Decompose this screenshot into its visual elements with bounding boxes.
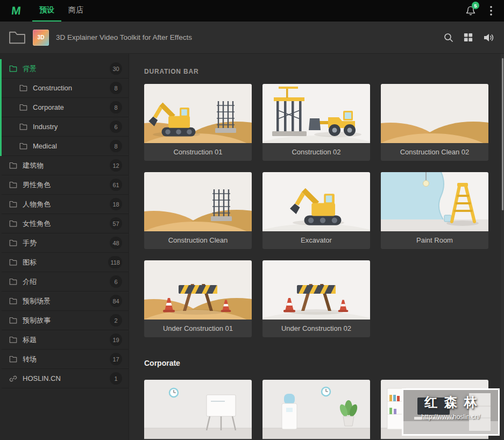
preset-thumbnail — [144, 260, 252, 320]
sidebar-item[interactable]: 介绍6 — [2, 272, 129, 292]
preset-card[interactable]: Construction 02 — [262, 84, 370, 161]
preset-section: DURATION BAR Construction 01 Constructio… — [144, 68, 504, 337]
sidebar: 背景30Construction8Corporate8Industry6Medi… — [0, 54, 129, 440]
item-count-badge: 6 — [110, 120, 122, 133]
topbar-actions: 5 — [461, 0, 504, 22]
folder-icon — [9, 181, 17, 188]
sidebar-item[interactable]: 女性角色57 — [2, 214, 129, 233]
sidebar-item[interactable]: 人物角色18 — [2, 195, 129, 214]
preset-thumbnail — [262, 380, 370, 439]
watermark-text: 红森林 http://www.hoslin.cn/ — [403, 390, 498, 421]
folder-icon — [9, 239, 17, 246]
preset-label: Under Construction 01 — [144, 320, 252, 337]
sidebar-item[interactable]: Medical8 — [2, 137, 129, 156]
watermark: 红森林 http://www.hoslin.cn/ — [402, 388, 500, 436]
notification-badge: 5 — [472, 2, 479, 9]
preset-thumbnail — [144, 172, 252, 231]
sidebar-item-label: 男性角色 — [23, 180, 110, 190]
scrollbar-thumb[interactable] — [502, 58, 503, 210]
sidebar-group: 预制场景84 — [0, 292, 129, 311]
preset-thumbnail — [262, 260, 370, 320]
sidebar-item[interactable]: 预制故事2 — [2, 311, 129, 330]
link-icon — [9, 375, 17, 382]
preset-card[interactable]: Paint Room — [381, 172, 488, 249]
sidebar-item[interactable]: 男性角色61 — [2, 175, 129, 195]
sidebar-group: 男性角色61 — [0, 175, 129, 195]
preset-card[interactable]: Construction Clean — [144, 172, 252, 249]
item-count-badge: 30 — [110, 62, 122, 75]
sidebar-group: 手势48 — [0, 233, 129, 253]
sidebar-item[interactable]: 图标118 — [2, 253, 129, 272]
item-count-badge: 48 — [110, 237, 122, 249]
preset-label: Construction Clean — [144, 231, 252, 249]
sidebar-item[interactable]: 建筑物12 — [2, 156, 129, 175]
sidebar-item[interactable]: 标题19 — [2, 330, 129, 350]
sidebar-item-label: 标题 — [23, 335, 110, 345]
item-count-badge: 6 — [110, 275, 122, 288]
folder-icon — [9, 201, 17, 208]
folder-icon — [19, 84, 27, 91]
preset-label: Construction Clean 02 — [381, 143, 488, 161]
folder-icon — [9, 259, 17, 266]
pack-header: 3D 3D Explainer Video Toolkit for After … — [0, 22, 504, 54]
folder-icon — [9, 278, 17, 285]
watermark-url: http://www.hoslin.cn/ — [403, 413, 498, 421]
sidebar-item-label: Corporate — [33, 103, 110, 111]
folder-icon — [9, 356, 17, 363]
preset-label: Construction 02 — [262, 143, 370, 161]
pack-thumbnail: 3D — [33, 30, 49, 46]
sidebar-item-label: Industry — [33, 123, 110, 131]
sidebar-item[interactable]: 转场17 — [2, 350, 129, 369]
sidebar-item[interactable]: Industry6 — [2, 117, 129, 137]
preset-label: Under Construction 02 — [262, 320, 370, 337]
tab-presets[interactable]: 预设 — [32, 0, 61, 22]
item-count-badge: 84 — [110, 295, 122, 307]
sidebar-group: HOSLIN.CN1 — [0, 369, 129, 388]
folder-icon — [19, 104, 27, 111]
sidebar-group: 介绍6 — [0, 272, 129, 292]
sidebar-item[interactable]: 手势48 — [2, 233, 129, 253]
sidebar-group: 人物角色18 — [0, 195, 129, 214]
sidebar-item-label: 女性角色 — [23, 219, 110, 229]
preset-card[interactable]: Excavator — [262, 172, 370, 249]
kebab-icon — [490, 6, 492, 16]
sidebar-item-label: 人物角色 — [23, 200, 110, 209]
item-count-badge: 8 — [110, 140, 122, 152]
preset-card[interactable]: Construction 01 — [144, 84, 252, 161]
sidebar-item[interactable]: Corporate8 — [2, 98, 129, 117]
pack-title: 3D Explainer Video Toolkit for After Eff… — [56, 33, 192, 41]
sidebar-item-label: HOSLIN.CN — [23, 374, 110, 382]
search-icon[interactable] — [443, 32, 454, 43]
folder-icon — [9, 297, 17, 304]
grid-view-icon[interactable] — [463, 32, 473, 42]
folder-back-icon[interactable] — [9, 31, 26, 45]
sidebar-group: 预制故事2 — [0, 311, 129, 330]
sidebar-item-label: 图标 — [23, 258, 108, 267]
sidebar-item-label: Medical — [33, 142, 110, 150]
sound-icon[interactable] — [482, 32, 494, 43]
tab-store[interactable]: 商店 — [61, 0, 90, 22]
item-count-badge: 57 — [110, 217, 122, 230]
kebab-menu-button[interactable] — [482, 0, 500, 22]
folder-icon — [9, 336, 17, 343]
sidebar-item-label: Construction — [33, 84, 110, 92]
sidebar-item-label: 预制场景 — [23, 296, 110, 306]
sidebar-item-label: 背景 — [23, 64, 110, 74]
sidebar-item[interactable]: 背景30 — [2, 59, 129, 79]
preset-card[interactable]: Under Construction 02 — [262, 260, 370, 337]
preset-thumbnail — [262, 84, 370, 143]
preset-card[interactable]: Under Construction 01 — [144, 260, 252, 337]
sidebar-item[interactable]: 预制场景84 — [2, 292, 129, 311]
item-count-badge: 61 — [110, 179, 122, 191]
preset-card[interactable] — [262, 380, 370, 440]
top-bar: M 预设商店 5 — [0, 0, 504, 22]
preset-card[interactable]: Construction Clean 02 — [381, 84, 488, 161]
item-count-badge: 8 — [110, 82, 122, 94]
sidebar-item[interactable]: HOSLIN.CN1 — [2, 369, 129, 388]
sidebar-item[interactable]: Construction8 — [2, 79, 129, 98]
notifications-button[interactable]: 5 — [461, 0, 480, 22]
sidebar-item-label: 建筑物 — [23, 161, 110, 171]
preset-label: Construction 01 — [144, 143, 252, 161]
header-actions — [443, 32, 494, 43]
preset-card[interactable] — [144, 380, 252, 440]
